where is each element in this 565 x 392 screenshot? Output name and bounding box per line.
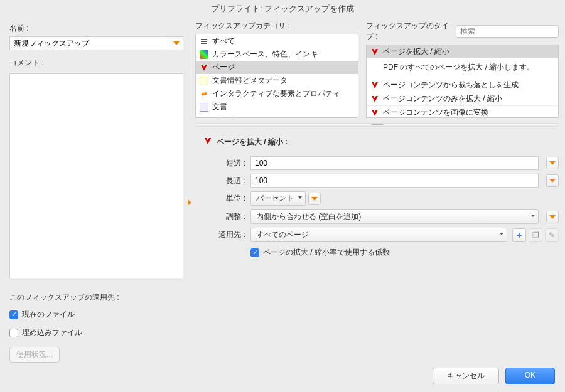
type-item[interactable]: ページコンテンツを画像に変換 bbox=[367, 106, 558, 118]
dialog-title: プリフライト: フィックスアップを作成 bbox=[0, 0, 565, 18]
type-item-label: ページを拡大 / 縮小 bbox=[383, 46, 449, 57]
type-item-label: ページコンテンツのみを拡大 / 縮小 bbox=[383, 93, 502, 104]
embedded-file-label: 埋め込みファイル bbox=[22, 327, 82, 338]
category-item-label: ページコンテンツ bbox=[212, 115, 272, 118]
document-icon bbox=[200, 77, 208, 85]
category-item-label: カラースペース、特色、インキ bbox=[212, 49, 318, 60]
plus-icon: + bbox=[517, 230, 522, 240]
details-header: ページを拡大 / 縮小 : bbox=[217, 137, 288, 147]
cancel-button[interactable]: キャンセル bbox=[433, 368, 499, 384]
type-search-input[interactable] bbox=[456, 25, 559, 38]
short-edge-input[interactable] bbox=[250, 156, 539, 170]
category-item[interactable]: すべて bbox=[196, 34, 358, 48]
name-dropdown[interactable] bbox=[9, 36, 183, 50]
category-item-label: ページ bbox=[212, 62, 235, 73]
category-panel: フィックスアップカテゴリ : すべてカラースペース、特色、インキページ文書情報と… bbox=[195, 21, 358, 118]
short-edge-picker[interactable] bbox=[546, 157, 559, 169]
pdf-icon bbox=[370, 109, 379, 117]
long-edge-picker[interactable] bbox=[546, 174, 559, 187]
embedded-file-checkbox[interactable] bbox=[9, 329, 18, 337]
type-label: フィックスアップのタイプ : bbox=[366, 21, 452, 42]
long-edge-input[interactable] bbox=[250, 174, 539, 188]
comment-label: コメント : bbox=[9, 55, 183, 71]
type-item[interactable]: ページコンテンツから裁ち落としを生成 bbox=[367, 78, 558, 92]
category-item-label: 文書情報とメタデータ bbox=[212, 75, 288, 86]
applyto-label: 適用先 : bbox=[214, 230, 250, 240]
grip-icon bbox=[371, 124, 384, 125]
chevron-down-icon bbox=[311, 197, 318, 201]
chevron-down-icon bbox=[549, 161, 556, 165]
dialog-footer: キャンセル OK bbox=[0, 363, 565, 392]
unit-label: 単位 : bbox=[214, 193, 250, 204]
factor-checkbox[interactable] bbox=[250, 248, 259, 257]
type-listbox[interactable]: ページを拡大 / 縮小PDF のすべてのページを拡大 / 縮小します。ページコン… bbox=[366, 45, 559, 118]
type-item-label: ページコンテンツから裁ち落としを生成 bbox=[383, 80, 519, 90]
pdf-icon bbox=[370, 95, 379, 103]
details-panel: ページを拡大 / 縮小 : 短辺 : 長辺 : 単位 : パーセント bbox=[195, 132, 559, 363]
category-item-label: 文書 bbox=[212, 102, 227, 112]
long-edge-label: 長辺 : bbox=[214, 176, 250, 186]
right-panel: フィックスアップカテゴリ : すべてカラースペース、特色、インキページ文書情報と… bbox=[190, 18, 559, 363]
name-input[interactable] bbox=[10, 39, 169, 48]
name-label: 名前 : bbox=[9, 21, 183, 36]
pdf-icon bbox=[200, 63, 208, 72]
factor-label: ページの拡大 / 縮小率で使用する係数 bbox=[263, 247, 390, 258]
chevron-down-icon bbox=[549, 215, 556, 219]
add-button[interactable]: + bbox=[512, 228, 526, 242]
pdf-icon bbox=[204, 137, 212, 147]
file-icon bbox=[200, 103, 208, 112]
edit-button: ✎ bbox=[545, 228, 559, 242]
adjust-label: 調整 : bbox=[214, 211, 250, 222]
short-edge-label: 短辺 : bbox=[214, 158, 250, 169]
color-icon bbox=[200, 50, 208, 59]
list-icon bbox=[200, 37, 208, 46]
name-dropdown-button[interactable] bbox=[169, 37, 183, 50]
duplicate-button: ❐ bbox=[529, 228, 542, 242]
category-item[interactable]: 文書情報とメタデータ bbox=[196, 74, 358, 87]
category-item-label: インタラクティブな要素とプロパティ bbox=[212, 88, 340, 99]
category-item[interactable]: ページ bbox=[196, 61, 358, 74]
pdf-icon bbox=[200, 116, 208, 119]
type-item-description: PDF のすべてのページを拡大 / 縮小します。 bbox=[367, 58, 558, 78]
comment-textarea[interactable] bbox=[9, 73, 183, 278]
chevron-down-icon bbox=[173, 41, 180, 45]
pdf-icon bbox=[370, 81, 379, 90]
category-label: フィックスアップカテゴリ : bbox=[195, 21, 358, 34]
category-item-label: すべて bbox=[212, 36, 235, 46]
apply-to-label: このフィックスアップの適用先 : bbox=[9, 290, 183, 305]
type-item[interactable]: ページコンテンツのみを拡大 / 縮小 bbox=[367, 92, 558, 105]
chevron-down-icon bbox=[549, 179, 556, 183]
type-panel: フィックスアップのタイプ : ページを拡大 / 縮小PDF のすべてのページを拡… bbox=[366, 21, 559, 118]
interactive-icon: ⇄ bbox=[200, 90, 208, 98]
current-file-checkbox[interactable] bbox=[9, 310, 18, 319]
category-item[interactable]: カラースペース、特色、インキ bbox=[196, 48, 358, 61]
pdf-icon bbox=[370, 48, 379, 56]
type-item[interactable]: ページを拡大 / 縮小 bbox=[367, 45, 558, 58]
ok-button[interactable]: OK bbox=[505, 368, 555, 384]
applyto-select[interactable]: すべてのページ bbox=[250, 228, 507, 242]
adjust-select[interactable]: 内側から合わせる (空白を追加) bbox=[250, 209, 539, 224]
left-panel: 名前 : コメント : このフィックスアップの適用先 : 現在のファイル 埋め込… bbox=[6, 18, 188, 363]
category-listbox[interactable]: すべてカラースペース、特色、インキページ文書情報とメタデータ⇄インタラクティブな… bbox=[195, 34, 358, 118]
unit-select[interactable]: パーセント bbox=[250, 191, 306, 206]
category-item[interactable]: ページコンテンツ bbox=[196, 114, 358, 118]
horizontal-splitter[interactable] bbox=[195, 123, 559, 127]
usage-button: 使用状況... bbox=[9, 347, 60, 363]
unit-picker[interactable] bbox=[308, 193, 321, 205]
type-item-label: ページコンテンツを画像に変換 bbox=[383, 107, 488, 118]
adjust-picker[interactable] bbox=[546, 211, 559, 223]
current-file-label: 現在のファイル bbox=[22, 309, 75, 320]
category-item[interactable]: ⇄インタラクティブな要素とプロパティ bbox=[196, 87, 358, 100]
category-item[interactable]: 文書 bbox=[196, 100, 358, 114]
